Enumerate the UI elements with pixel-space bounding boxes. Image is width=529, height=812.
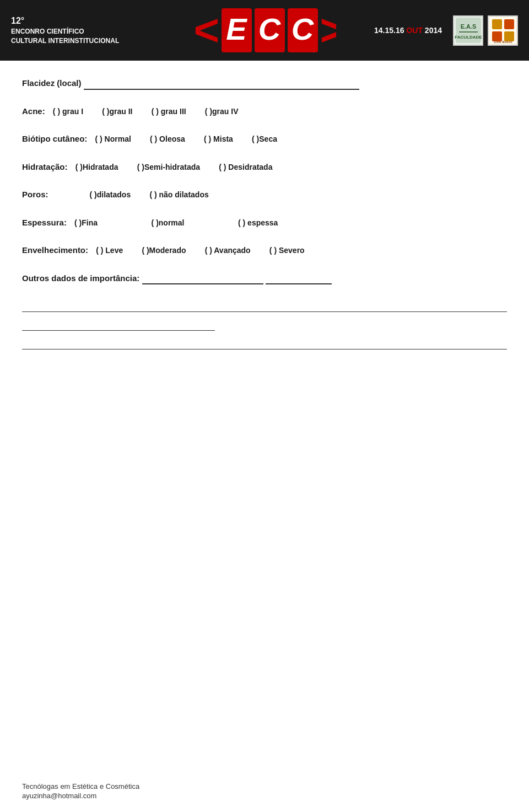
poros-dilatados[interactable]: ( )dilatados <box>90 189 131 201</box>
text-line-2[interactable] <box>22 319 215 331</box>
page-header: 12° ENCONRO CIENTÍFICO CULTURAL INTERINS… <box>0 0 529 61</box>
outros-field-inline[interactable] <box>142 275 263 284</box>
page-footer: Tecnólogas em Estética e Cosmética ayuzi… <box>22 781 139 801</box>
eas-logo: E.A.S FACULDADE <box>453 15 483 46</box>
espessura-normal[interactable]: ( )normal <box>152 217 185 229</box>
acne-grau1[interactable]: ( ) grau I <box>53 106 83 117</box>
biotipo-mista[interactable]: ( ) Mista <box>204 133 233 145</box>
hidratacao-hidratada[interactable]: ( )Hidratada <box>75 162 118 173</box>
svg-text:Dom Bosco: Dom Bosco <box>494 40 512 44</box>
biotipo-row: Biótipo cutâneo: ( ) Normal ( ) Oleosa (… <box>22 133 507 146</box>
flacidez-row: Flacidez (local) <box>22 77 507 90</box>
event-date: 14.15.16 OUT 2014 <box>374 26 442 35</box>
hidratacao-row: Hidratação: ( )Hidratada ( )Semi-hidrata… <box>22 161 507 174</box>
envelhecimento-severo[interactable]: ( ) Severo <box>269 245 305 256</box>
biotipo-seca[interactable]: ( )Seca <box>252 133 277 145</box>
svg-text:E: E <box>226 12 247 46</box>
espessura-fina[interactable]: ( )Fina <box>74 217 98 229</box>
espessura-row: Espessura: ( )Fina ( )normal ( ) espessa <box>22 217 507 229</box>
poros-label: Poros: <box>22 190 48 199</box>
acne-label: Acne: <box>22 106 45 116</box>
acne-grau4[interactable]: ( )grau IV <box>205 106 239 117</box>
biotipo-label: Biótipo cutâneo: <box>22 134 87 143</box>
svg-text:E.A.S: E.A.S <box>460 23 476 30</box>
outros-field-inline2[interactable] <box>266 275 332 284</box>
text-line-1[interactable] <box>22 300 507 312</box>
svg-text:<: < <box>193 6 219 55</box>
event-title: 12° ENCONRO CIENTÍFICO CULTURAL INTERINS… <box>11 15 119 46</box>
envelhecimento-row: Envelhecimento: ( ) Leve ( )Moderado ( )… <box>22 244 507 257</box>
svg-rect-14 <box>504 19 514 29</box>
ecc-logo-svg: < E C C > <box>193 6 336 55</box>
poros-nao-dilatados[interactable]: ( ) não dilatados <box>149 189 208 201</box>
footer-line1: Tecnólogas em Estética e Cosmética <box>22 782 139 791</box>
svg-text:>: > <box>319 6 336 55</box>
flacidez-label: Flacidez (local) <box>22 78 82 88</box>
envelhecimento-leve[interactable]: ( ) Leve <box>96 245 123 256</box>
hidratacao-desidratada[interactable]: ( ) Desidratada <box>219 162 272 173</box>
logos-area: E.A.S FACULDADE Dom Bosco <box>453 15 518 46</box>
flacidez-field[interactable] <box>84 80 359 90</box>
main-content: Flacidez (local) Acne: ( ) grau I ( )gra… <box>0 61 529 367</box>
svg-rect-13 <box>492 19 502 29</box>
acne-grau3[interactable]: ( ) grau III <box>152 106 186 117</box>
outros-text-area <box>22 300 507 349</box>
envelhecimento-label: Envelhecimento: <box>22 245 88 255</box>
biotipo-normal[interactable]: ( ) Normal <box>95 133 131 145</box>
ecc-logo-area: < E C C > <box>193 6 336 55</box>
svg-text:FACULDADE: FACULDADE <box>455 35 482 40</box>
svg-text:C: C <box>292 12 315 46</box>
hidratacao-label: Hidratação: <box>22 162 68 171</box>
envelhecimento-avancado[interactable]: ( ) Avançado <box>205 245 251 256</box>
espessura-espessa[interactable]: ( ) espessa <box>238 217 278 229</box>
footer-line2: ayuzinha@hotmail.com <box>22 792 139 800</box>
envelhecimento-moderado[interactable]: ( )Moderado <box>142 245 186 256</box>
text-line-3[interactable] <box>22 337 507 349</box>
acne-grau2[interactable]: ( )grau II <box>102 106 132 117</box>
acne-row: Acne: ( ) grau I ( )grau II ( ) grau III… <box>22 105 507 118</box>
espessura-label: Espessura: <box>22 218 67 227</box>
hidratacao-semi[interactable]: ( )Semi-hidratada <box>137 162 200 173</box>
svg-text:C: C <box>258 12 282 46</box>
dom-bosco-logo: Dom Bosco <box>488 15 518 46</box>
outros-row: Outros dados de importância: <box>22 272 507 285</box>
biotipo-oleosa[interactable]: ( ) Oleosa <box>150 133 185 145</box>
outros-label: Outros dados de importância: <box>22 273 139 283</box>
poros-row: Poros: ( )dilatados ( ) não dilatados <box>22 189 507 201</box>
